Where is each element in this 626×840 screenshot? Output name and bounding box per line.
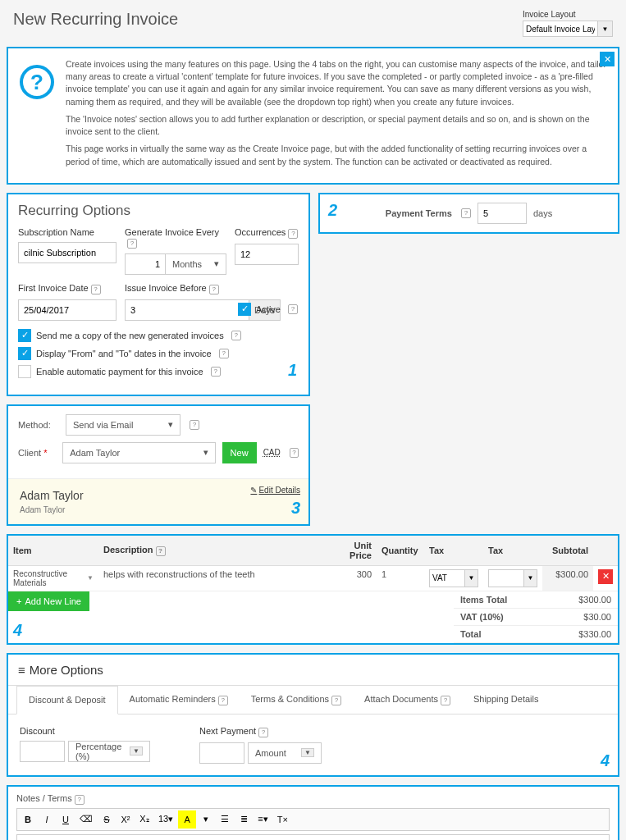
help-icon[interactable]: ? (331, 696, 341, 705)
col-quantity: Quantity (377, 536, 424, 566)
next-payment-label: Next Payment? (199, 726, 322, 737)
help-icon[interactable]: ? (461, 208, 471, 218)
help-icon[interactable]: ? (127, 239, 137, 249)
tab-automatic-reminders[interactable]: Automatic Reminders? (118, 686, 240, 714)
method-select[interactable]: Send via Email▾ (66, 414, 180, 436)
hamburger-icon: ≡ (18, 663, 25, 677)
vat-value: $30.00 (583, 612, 611, 622)
ul-button[interactable]: ☰ (216, 810, 234, 829)
tab-terms-conditions[interactable]: Terms & Conditions? (240, 686, 353, 714)
close-icon[interactable]: ✕ (600, 52, 615, 66)
info-paragraph-3: This page works in virtually the same wa… (66, 143, 606, 167)
editor-toolbar: B I U ⌫ S X² X₂ 13▾ A ▾ ☰ ≣ ≡▾ T× (16, 808, 610, 831)
discount-input[interactable] (20, 741, 65, 762)
total-label: Total (460, 629, 481, 639)
payment-terms-input[interactable] (477, 203, 527, 224)
help-icon[interactable]: ? (441, 696, 450, 705)
item-tax-select[interactable] (429, 569, 465, 587)
add-line-button[interactable]: +Add New Line (8, 591, 89, 611)
active-checkbox[interactable]: ✓ (238, 303, 251, 316)
generate-every-input[interactable] (125, 253, 166, 275)
help-icon[interactable]: ? (288, 304, 298, 314)
tab-shipping-details[interactable]: Shipping Details (462, 686, 551, 714)
recurring-title: Recurring Options (18, 203, 299, 219)
invoice-layout-select[interactable] (523, 21, 598, 37)
tab-discount-deposit[interactable]: Discount & Deposit (16, 686, 118, 714)
info-paragraph-1: Create invoices using the many features … (66, 58, 606, 108)
payment-terms-unit: days (533, 208, 552, 218)
col-item: Item (8, 536, 98, 566)
occurrences-label: Occurrences? (235, 227, 299, 239)
item-tax2-select[interactable] (488, 569, 524, 587)
item-description[interactable]: helps with reconstructions of the teeth (98, 565, 326, 591)
underline-button[interactable]: U (57, 810, 75, 829)
send-copy-checkbox[interactable]: ✓ (18, 329, 31, 342)
help-icon[interactable]: ? (209, 285, 219, 294)
discount-type-select[interactable]: Percentage (%)▼ (68, 741, 150, 762)
align-button[interactable]: ≡▾ (254, 810, 272, 829)
page-title: New Recurring Invoice (13, 10, 178, 29)
chevron-down-icon[interactable]: ▼ (87, 574, 94, 582)
issue-before-input[interactable] (125, 299, 249, 321)
items-panel: Item Description? Unit Price Quantity Ta… (7, 534, 619, 645)
items-total-value: $300.00 (578, 595, 611, 605)
eraser-button[interactable]: ⌫ (75, 810, 97, 829)
info-panel: ✕ ? Create invoices using the many featu… (7, 47, 619, 185)
new-client-button[interactable]: New (222, 442, 257, 463)
edit-details-link[interactable]: Edit Details (250, 486, 300, 495)
superscript-button[interactable]: X² (117, 810, 135, 829)
subscript-button[interactable]: X₂ (135, 810, 153, 829)
help-icon[interactable]: ? (211, 367, 221, 377)
discount-label: Discount (20, 726, 150, 736)
more-options-panel: ≡More Options Discount & Deposit Automat… (7, 653, 619, 777)
auto-payment-checkbox[interactable] (18, 365, 31, 378)
notes-editor[interactable] (16, 834, 610, 840)
info-paragraph-2: The 'Invoice notes' section allows you t… (66, 113, 606, 138)
clearformat-button[interactable]: T× (273, 810, 292, 829)
help-icon[interactable]: ? (218, 696, 228, 705)
strike-button[interactable]: S (98, 810, 116, 829)
italic-button[interactable]: I (38, 810, 56, 829)
display-dates-checkbox[interactable]: ✓ (18, 347, 31, 360)
col-description: Description? (98, 536, 326, 566)
help-icon[interactable]: ? (219, 349, 229, 358)
client-select[interactable]: Adam Taylor▾ (62, 442, 215, 463)
client-label: Client * (18, 448, 56, 458)
help-icon[interactable]: ? (190, 420, 199, 430)
generate-every-unit-select[interactable]: Months▾ (166, 253, 226, 275)
invoice-layout-caret[interactable]: ▼ (598, 21, 613, 37)
ol-button[interactable]: ≣ (235, 810, 253, 829)
subscription-name-input[interactable] (18, 242, 117, 263)
textcolor-button[interactable]: A (178, 810, 196, 829)
help-icon[interactable]: ? (231, 331, 241, 340)
col-tax2: Tax (483, 536, 542, 566)
help-icon[interactable]: ? (290, 448, 299, 458)
tax2-caret[interactable]: ▼ (524, 569, 537, 587)
help-icon[interactable]: ? (156, 546, 166, 556)
help-icon[interactable]: ? (258, 728, 268, 737)
first-invoice-date-input[interactable] (18, 299, 117, 321)
item-subtotal: $300.00 (542, 565, 593, 591)
client-subtext: Adam Taylor (20, 505, 297, 514)
vat-label: VAT (10%) (460, 612, 504, 622)
auto-payment-label: Enable automatic payment for this invoic… (36, 367, 203, 377)
next-payment-input[interactable] (199, 742, 244, 764)
invoice-layout-block: Invoice Layout ▼ (523, 10, 613, 37)
occurrences-input[interactable] (235, 244, 299, 265)
delete-row-button[interactable]: ✕ (598, 569, 613, 584)
item-price[interactable]: 300 (326, 565, 377, 591)
currency-link[interactable]: CAD (263, 448, 281, 457)
help-icon[interactable]: ? (288, 229, 298, 239)
item-qty[interactable]: 1 (377, 565, 424, 591)
bold-button[interactable]: B (19, 810, 37, 829)
callout-4b: 4 (601, 751, 610, 770)
help-icon[interactable]: ? (91, 285, 101, 294)
item-name[interactable]: Reconstructive Materials (13, 569, 87, 587)
tax-caret[interactable]: ▼ (465, 569, 478, 587)
tab-attach-documents[interactable]: Attach Documents? (353, 686, 462, 714)
textcolor-caret[interactable]: ▾ (197, 810, 215, 829)
notes-panel: Notes / Terms? B I U ⌫ S X² X₂ 13▾ A ▾ ☰… (7, 785, 619, 840)
next-payment-type-select[interactable]: Amount▼ (248, 742, 322, 764)
help-icon[interactable]: ? (75, 795, 85, 805)
fontsize-button[interactable]: 13▾ (154, 810, 177, 829)
